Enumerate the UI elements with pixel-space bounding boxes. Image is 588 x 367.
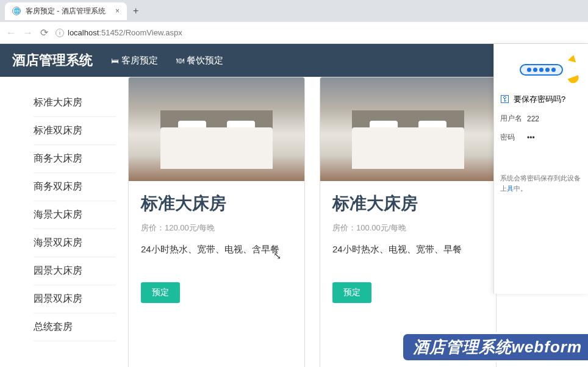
- reload-button[interactable]: ⟳: [40, 27, 48, 38]
- room-image: [320, 77, 496, 181]
- sidebar-item[interactable]: 商务大床房: [34, 145, 116, 173]
- room-price: 房价：100.00元/每晚: [332, 223, 484, 233]
- url-host: localhost: [68, 28, 99, 37]
- username-row: 用户名 222: [500, 113, 582, 124]
- book-button[interactable]: 预定: [141, 282, 180, 303]
- room-title: 标准大床房: [332, 192, 484, 215]
- nav-dining-booking[interactable]: 🍽 餐饮预定: [176, 55, 223, 66]
- book-button[interactable]: 预定: [332, 282, 371, 303]
- username-label: 用户名: [500, 113, 522, 124]
- url-input[interactable]: i localhost:51452/RoomView.aspx: [56, 28, 582, 37]
- tab-close-icon[interactable]: ×: [115, 7, 120, 15]
- password-save-prompt: ⚿ 要保存密码吗? 用户名 222 密码 ••• 系统会将密码保存到此设备上具中…: [493, 44, 588, 294]
- room-title: 标准大床房: [141, 192, 292, 215]
- sidebar-item[interactable]: 海景大床房: [34, 201, 116, 229]
- forward-button[interactable]: →: [23, 27, 33, 38]
- room-price: 房价：120.00元/每晚: [141, 223, 292, 233]
- prompt-title: 要保存密码吗?: [514, 94, 565, 105]
- new-tab-button[interactable]: +: [127, 3, 145, 19]
- browser-tab[interactable]: 🌐 客房预定 - 酒店管理系统 ×: [5, 2, 127, 20]
- watermark-banner: 酒店管理系统webform: [401, 332, 588, 362]
- room-card: 标准大床房 房价：120.00元/每晚 24小时热水、宽带、电视、含早餐 预定: [128, 77, 305, 367]
- sidebar-item[interactable]: 商务双床房: [34, 173, 116, 201]
- note-link[interactable]: 具: [507, 185, 514, 192]
- prompt-illustration: [500, 51, 582, 88]
- brand-title: 酒店管理系统: [12, 51, 93, 69]
- sidebar-item[interactable]: 总统套房: [34, 313, 116, 341]
- address-bar: ← → ⟳ i localhost:51452/RoomView.aspx: [0, 22, 588, 44]
- sidebar-item[interactable]: 园景大床房: [34, 257, 116, 285]
- globe-icon: 🌐: [12, 7, 21, 15]
- bed-icon: 🛏: [111, 56, 119, 65]
- prompt-note: 系统会将密码保存到此设备上具中。: [500, 173, 582, 193]
- tab-title: 客房预定 - 酒店管理系统: [26, 6, 106, 16]
- room-description: 24小时热水、宽带、电视、含早餐: [141, 242, 292, 271]
- prompt-title-row: ⚿ 要保存密码吗?: [500, 94, 582, 105]
- info-icon[interactable]: i: [56, 29, 64, 37]
- password-value[interactable]: •••: [527, 134, 535, 142]
- url-path: /RoomView.aspx: [123, 28, 182, 37]
- room-card: 标准大床房 房价：100.00元/每晚 24小时热水、电视、宽带、早餐 预定: [320, 77, 497, 367]
- key-icon: ⚿: [500, 94, 510, 105]
- room-description: 24小时热水、电视、宽带、早餐: [332, 242, 484, 271]
- url-port: :51452: [99, 28, 123, 37]
- sidebar: 标准大床房 标准双床房 商务大床房 商务双床房 海景大床房 海景双床房 园景大床…: [0, 77, 116, 367]
- password-row: 密码 •••: [500, 132, 582, 143]
- browser-chrome: 🌐 客房预定 - 酒店管理系统 × + ← → ⟳ i localhost:51…: [0, 0, 588, 44]
- room-image: [129, 77, 304, 181]
- username-value[interactable]: 222: [527, 115, 539, 123]
- tab-bar: 🌐 客房预定 - 酒店管理系统 × +: [0, 0, 588, 22]
- sidebar-item[interactable]: 海景双床房: [34, 229, 116, 257]
- food-icon: 🍽: [176, 56, 184, 65]
- back-button[interactable]: ←: [6, 27, 16, 38]
- sidebar-item[interactable]: 标准双床房: [34, 117, 116, 145]
- password-label: 密码: [500, 132, 522, 143]
- sidebar-item[interactable]: 标准大床房: [34, 89, 116, 117]
- sidebar-item[interactable]: 园景双床房: [34, 285, 116, 313]
- nav-room-booking[interactable]: 🛏 客房预定: [111, 55, 158, 66]
